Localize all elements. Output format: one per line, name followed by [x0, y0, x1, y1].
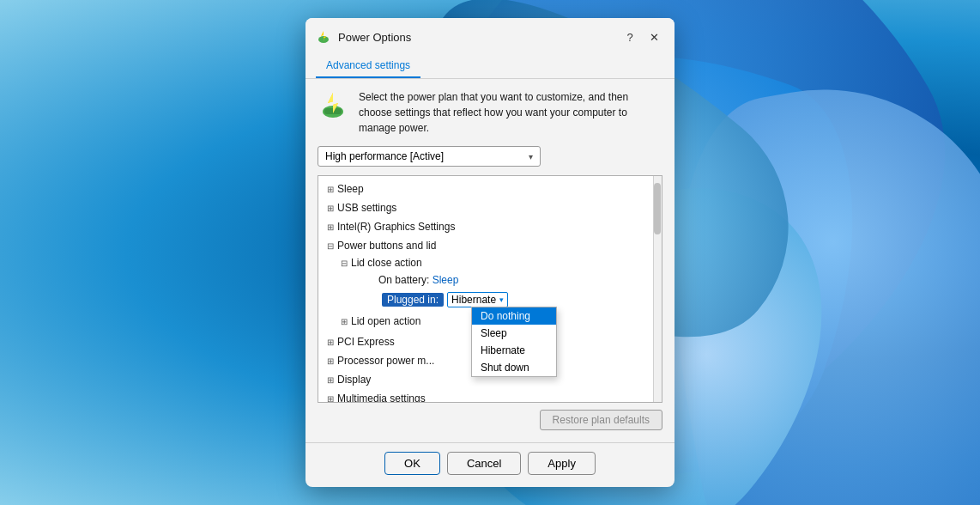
tree-label-multimedia: Multimedia settings — [337, 392, 426, 402]
dialog-footer: OK Cancel Apply — [305, 442, 675, 487]
expand-icon-lid-close: ⊟ — [337, 256, 351, 270]
expand-icon-sleep: ⊞ — [324, 182, 337, 196]
tree-label-display: Display — [337, 374, 371, 386]
intro-text: Select the power plan that you want to c… — [359, 89, 662, 136]
plan-select-value: High performance [Active] — [325, 150, 444, 162]
on-battery-value: Sleep — [433, 274, 459, 286]
power-plan-icon — [318, 89, 348, 120]
apply-button[interactable]: Apply — [528, 452, 596, 475]
plan-select-arrow-icon: ▾ — [529, 152, 533, 161]
dropdown-option-hibernate[interactable]: Hibernate — [472, 342, 556, 359]
settings-list: ⊞ Sleep ⊞ USB settings ⊞ — [318, 175, 662, 403]
tree-label-lid-open: Lid open action — [351, 315, 420, 327]
tree-label-power-buttons: Power buttons and lid — [337, 240, 436, 252]
plugged-in-value: Hibernate — [451, 294, 496, 306]
plugged-in-label: Plugged in: — [382, 293, 444, 307]
tab-advanced-settings[interactable]: Advanced settings — [316, 54, 420, 78]
expand-icon-power-buttons: ⊟ — [324, 239, 337, 252]
tree-label-usb: USB settings — [337, 202, 396, 214]
restore-defaults-button[interactable]: Restore plan defaults — [540, 410, 662, 430]
plugged-in-dropdown[interactable]: Hibernate ▾ — [447, 292, 508, 307]
cancel-button[interactable]: Cancel — [447, 452, 521, 475]
dialog-icon — [316, 29, 331, 45]
dropdown-menu: Do nothing Sleep Hibernate Shut down — [471, 307, 557, 377]
dialog-title: Power Options — [338, 31, 613, 44]
expand-icon-multimedia: ⊞ — [324, 392, 337, 402]
title-bar: Power Options ? ✕ — [305, 18, 675, 54]
dropdown-option-shut-down[interactable]: Shut down — [472, 359, 556, 376]
tree-item-lid-close: ⊟ Lid close action ⊞ On battery: Sleep — [332, 253, 662, 312]
expand-icon-lid-open: ⊞ — [337, 314, 351, 328]
tree-item-plugged-in: ⊞ Plugged in: Hibernate ▾ Do nothin — [360, 289, 662, 310]
plan-select-dropdown[interactable]: High performance [Active] ▾ — [318, 146, 541, 167]
tab-bar: Advanced settings — [305, 54, 675, 79]
expand-icon-processor: ⊞ — [324, 354, 337, 368]
title-bar-controls: ? ✕ — [620, 27, 664, 47]
tree-item-multimedia: ⊞ Multimedia settings — [318, 389, 662, 402]
tree-item-on-battery: ⊞ On battery: Sleep — [360, 271, 662, 289]
tree-label-processor: Processor power m... — [337, 355, 434, 367]
expand-icon-usb: ⊞ — [324, 201, 337, 215]
restore-row: Restore plan defaults — [318, 410, 662, 430]
settings-inner: ⊞ Sleep ⊞ USB settings ⊞ — [318, 176, 662, 402]
tree-label-sleep: Sleep — [337, 183, 364, 195]
expand-icon-pci: ⊞ — [324, 335, 337, 349]
tree-label-lid-close: Lid close action — [351, 257, 422, 269]
dropdown-arrow-icon: ▾ — [499, 295, 504, 304]
on-battery-label: On battery: — [378, 274, 433, 286]
scrollbar-track[interactable] — [653, 176, 662, 402]
tree-item-power-buttons: ⊟ Power buttons and lid ⊟ Lid close acti… — [318, 236, 662, 332]
power-options-dialog: Power Options ? ✕ Advanced settings — [305, 18, 675, 487]
dialog-body: Select the power plan that you want to c… — [305, 79, 675, 439]
tree-label-intel: Intel(R) Graphics Settings — [337, 221, 455, 233]
close-button[interactable]: ✕ — [644, 27, 664, 47]
intro-row: Select the power plan that you want to c… — [318, 89, 662, 136]
scrollbar-thumb[interactable] — [654, 183, 661, 234]
svg-rect-2 — [319, 38, 328, 41]
tree-item-usb: ⊞ USB settings — [318, 198, 662, 217]
dropdown-option-do-nothing[interactable]: Do nothing — [472, 307, 556, 325]
dialog-overlay: Power Options ? ✕ Advanced settings — [0, 0, 980, 505]
expand-icon-display: ⊞ — [324, 373, 337, 386]
dropdown-option-sleep[interactable]: Sleep — [472, 325, 556, 342]
tree-item-sleep: ⊞ Sleep — [318, 179, 662, 198]
tree-label-pci: PCI Express — [337, 336, 395, 348]
help-button[interactable]: ? — [620, 27, 640, 47]
ok-button[interactable]: OK — [384, 452, 440, 475]
tree-item-intel: ⊞ Intel(R) Graphics Settings — [318, 217, 662, 236]
expand-icon-intel: ⊞ — [324, 220, 337, 234]
